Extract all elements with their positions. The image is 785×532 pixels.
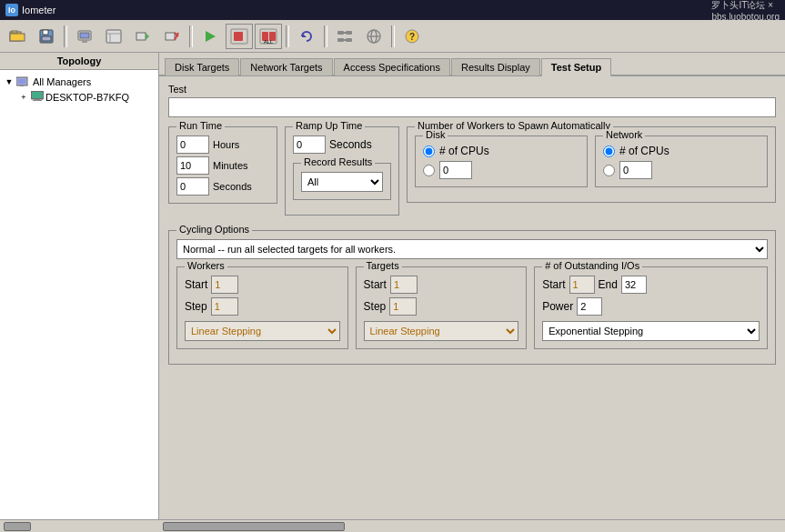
workers-start-input[interactable] bbox=[211, 276, 238, 294]
run-time-label: Run Time bbox=[176, 120, 225, 131]
record-results-select[interactable]: All None Last bbox=[301, 172, 383, 192]
test-label: Test bbox=[168, 84, 776, 95]
hours-input[interactable] bbox=[176, 136, 209, 154]
target-button[interactable] bbox=[129, 24, 156, 49]
disk-workers-group: Disk # of CPUs bbox=[415, 136, 588, 187]
tab-results-display[interactable]: Results Display bbox=[451, 58, 540, 75]
hours-row: Hours bbox=[176, 136, 269, 154]
test-input[interactable] bbox=[168, 97, 776, 117]
network-workers-group: Network # of CPUs bbox=[595, 136, 768, 187]
tab-network-targets[interactable]: Network Targets bbox=[240, 58, 332, 75]
tab-disk-targets[interactable]: Disk Targets bbox=[165, 58, 239, 75]
ios-power-input[interactable] bbox=[577, 297, 602, 316]
svg-marker-17 bbox=[206, 31, 216, 42]
sep3 bbox=[286, 25, 289, 47]
hscroll-thumb[interactable] bbox=[163, 522, 345, 531]
stop-all-button[interactable]: ALL bbox=[255, 24, 282, 49]
network-cpu-radio[interactable] bbox=[603, 146, 615, 157]
ramp-up-label: Ramp Up Time bbox=[293, 120, 365, 131]
tab-access-spec[interactable]: Access Specifications bbox=[334, 58, 450, 75]
expand-icon: ▼ bbox=[4, 76, 15, 87]
workers-start-label: Start bbox=[185, 278, 207, 291]
toolbar: ALL ? bbox=[0, 20, 785, 53]
network-num-input[interactable] bbox=[619, 161, 652, 179]
help-button[interactable]: ? bbox=[398, 24, 426, 49]
ios-end-input[interactable] bbox=[621, 276, 647, 294]
stop-button[interactable] bbox=[226, 24, 253, 49]
save-button[interactable] bbox=[33, 24, 60, 49]
disk-cpu-radio[interactable] bbox=[423, 146, 435, 157]
svg-rect-4 bbox=[43, 30, 48, 35]
network-num-radio[interactable] bbox=[603, 165, 615, 176]
cycling-workers-group: Workers Start Step Linear Step bbox=[176, 266, 348, 349]
bottom-scrollbar[interactable] bbox=[159, 519, 785, 532]
cycling-targets-group: Targets Start Step Linear Step bbox=[356, 266, 528, 349]
desktop-icon bbox=[31, 91, 44, 104]
network-workers-label: Network bbox=[603, 129, 645, 140]
hours-label: Hours bbox=[213, 139, 239, 150]
minutes-row: Minutes bbox=[176, 156, 269, 175]
seconds-label: Seconds bbox=[213, 181, 252, 192]
ramp-seconds-input[interactable] bbox=[293, 136, 326, 154]
cycling-dropdown-row: Normal -- run all selected targets for a… bbox=[176, 239, 768, 259]
targets-step-input[interactable] bbox=[389, 297, 417, 316]
disk-num-input[interactable] bbox=[439, 161, 472, 179]
disk-num-radio[interactable] bbox=[423, 165, 435, 176]
test-setup-panel: Test Run Time Hours Minu bbox=[159, 76, 785, 519]
expand-icon-2: + bbox=[18, 92, 29, 103]
workers-stepping-select[interactable]: Linear Stepping Exponential Stepping bbox=[185, 321, 340, 341]
manager-button[interactable] bbox=[71, 24, 98, 49]
outstanding-ios-group: # of Outstanding I/Os Start End Power bbox=[534, 266, 768, 349]
targets-step-row: Step bbox=[364, 297, 519, 316]
ios-start-label: Start bbox=[542, 278, 565, 291]
svg-rect-9 bbox=[106, 30, 121, 43]
svg-rect-38 bbox=[20, 85, 24, 86]
targets-start-input[interactable] bbox=[390, 276, 418, 294]
outstanding-ios-content: Start End Power Exponential Stepping bbox=[542, 276, 760, 341]
cycling-targets-content: Start Step Linear Stepping Exponential S… bbox=[364, 276, 519, 341]
sep4 bbox=[324, 25, 327, 47]
sidebar-hscrollbar[interactable] bbox=[0, 519, 159, 532]
minutes-label: Minutes bbox=[213, 160, 248, 171]
sidebar-tree: ▼ All Managers + DESKTOP-B7KFQ bbox=[0, 70, 158, 108]
network-button[interactable] bbox=[360, 24, 387, 49]
targets-stepping-select[interactable]: Linear Stepping Exponential Stepping bbox=[364, 321, 519, 341]
svg-rect-40 bbox=[32, 92, 43, 98]
tree-all-managers[interactable]: ▼ All Managers bbox=[0, 74, 158, 90]
cycling-workers-content: Start Step Linear Stepping Exponential S… bbox=[185, 276, 340, 341]
cycling-workers-label: Workers bbox=[185, 260, 227, 271]
tree-desktop[interactable]: + DESKTOP-B7KFQ bbox=[0, 90, 158, 105]
ramp-up-group: Ramp Up Time Seconds Record Results bbox=[285, 126, 399, 216]
config-button[interactable] bbox=[331, 24, 358, 49]
network-radio1-row: # of CPUs bbox=[603, 145, 760, 157]
ios-power-row: Power bbox=[542, 297, 760, 316]
targets-start-label: Start bbox=[364, 278, 387, 291]
scrollbar-thumb[interactable] bbox=[4, 522, 31, 531]
record-inner-group: Record Results All None Last bbox=[293, 163, 391, 200]
cycling-mode-select[interactable]: Normal -- run all selected targets for a… bbox=[176, 239, 768, 259]
disk-radio1-row: # of CPUs bbox=[423, 145, 579, 157]
workers-step-label: Step bbox=[185, 300, 207, 313]
outstanding-ios-label: # of Outstanding I/Os bbox=[542, 260, 642, 271]
cycling-options-label: Cycling Options bbox=[176, 224, 252, 235]
desktop-label: DESKTOP-B7KFQ bbox=[45, 92, 129, 103]
ios-start-end-row: Start End bbox=[542, 276, 760, 294]
svg-rect-7 bbox=[80, 33, 89, 38]
svg-rect-25 bbox=[337, 31, 344, 35]
tab-test-setup[interactable]: Test Setup bbox=[541, 58, 611, 76]
targets-step-label: Step bbox=[364, 300, 387, 313]
svg-rect-42 bbox=[33, 100, 42, 101]
cycling-sub-groups: Workers Start Step Linear Step bbox=[176, 266, 768, 356]
workers-step-input[interactable] bbox=[211, 297, 238, 316]
worker-button[interactable] bbox=[100, 24, 127, 49]
reset-button[interactable] bbox=[293, 24, 320, 49]
targets-start-row: Start bbox=[364, 276, 519, 294]
delete-button[interactable] bbox=[158, 24, 186, 49]
ios-stepping-select[interactable]: Exponential Stepping Linear Stepping bbox=[542, 321, 760, 341]
start-button[interactable] bbox=[196, 24, 224, 49]
open-button[interactable] bbox=[4, 24, 31, 49]
seconds-input[interactable] bbox=[176, 177, 209, 196]
minutes-input[interactable] bbox=[176, 156, 209, 175]
sep2 bbox=[189, 25, 193, 47]
ios-start-input[interactable] bbox=[569, 276, 595, 294]
